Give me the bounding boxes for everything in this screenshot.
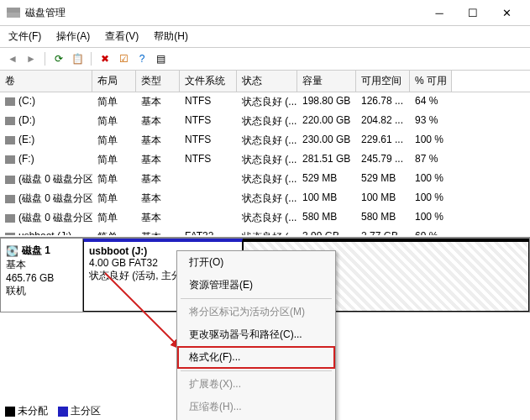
disk-size: 465.76 GB <box>6 272 77 284</box>
table-row[interactable]: (C:)简单基本NTFS状态良好 (...198.80 GB126.78 ...… <box>0 92 530 112</box>
delete-icon[interactable]: ✖ <box>97 51 113 66</box>
legend: 未分配 主分区 <box>5 404 101 418</box>
col-capacity[interactable]: 容量 <box>297 71 356 92</box>
table-row[interactable]: usbboot (J:)简单基本FAT32状态良好 (...3.99 GB2.7… <box>0 228 530 235</box>
back-icon[interactable]: ◄ <box>5 51 20 66</box>
table-row[interactable]: (磁盘 0 磁盘分区 1)简单基本状态良好 (...529 MB529 MB10… <box>0 170 530 189</box>
menu-file[interactable]: 文件(F) <box>5 28 45 45</box>
menu-format[interactable]: 格式化(F)... <box>177 346 335 369</box>
settings-icon[interactable]: ☑ <box>116 51 131 66</box>
disk-state: 联机 <box>6 284 77 298</box>
toolbar: ◄ ► ⟳ 📋 ✖ ☑ ? ▤ <box>0 48 530 71</box>
refresh-icon[interactable]: ⟳ <box>51 51 66 66</box>
properties-icon[interactable]: 📋 <box>70 51 85 66</box>
legend-primary-swatch <box>58 407 68 417</box>
disk-label: 磁盘 1 <box>22 244 50 258</box>
disk-info[interactable]: 💽磁盘 1 基本 465.76 GB 联机 <box>0 238 82 312</box>
disk-kind: 基本 <box>6 258 77 272</box>
menu-mark-active: 将分区标记为活动分区(M) <box>177 301 335 323</box>
table-row[interactable]: (磁盘 0 磁盘分区 5)简单基本状态良好 (...580 MB580 MB10… <box>0 208 530 228</box>
col-type[interactable]: 类型 <box>136 71 180 92</box>
legend-primary: 主分区 <box>71 405 101 417</box>
list-icon[interactable]: ▤ <box>153 51 168 66</box>
menu-bar: 文件(F) 操作(A) 查看(V) 帮助(H) <box>0 26 530 48</box>
forward-icon[interactable]: ► <box>24 51 39 66</box>
legend-unallocated: 未分配 <box>18 405 48 417</box>
col-pct[interactable]: % 可用 <box>410 71 452 92</box>
col-volume[interactable]: 卷 <box>0 71 92 92</box>
volume-table-header: 卷 布局 类型 文件系统 状态 容量 可用空间 % 可用 <box>0 71 530 92</box>
col-layout[interactable]: 布局 <box>92 71 136 92</box>
col-free[interactable]: 可用空间 <box>356 71 410 92</box>
menu-open[interactable]: 打开(O) <box>177 251 335 274</box>
table-row[interactable]: (磁盘 0 磁盘分区 2)简单基本状态良好 (...100 MB100 MB10… <box>0 189 530 208</box>
menu-view[interactable]: 查看(V) <box>102 28 142 45</box>
volume-table-body: (C:)简单基本NTFS状态良好 (...198.80 GB126.78 ...… <box>0 92 530 235</box>
disk-icon: 💽 <box>6 245 18 257</box>
menu-explorer[interactable]: 资源管理器(E) <box>177 274 335 297</box>
title-bar: 磁盘管理 ─ ☐ ✕ <box>0 0 530 26</box>
menu-help[interactable]: 帮助(H) <box>150 28 192 45</box>
table-row[interactable]: (F:)简单基本NTFS状态良好 (...281.51 GB245.79 ...… <box>0 150 530 170</box>
app-icon <box>7 8 20 18</box>
menu-action[interactable]: 操作(A) <box>53 28 93 45</box>
menu-shrink: 压缩卷(H)... <box>177 396 335 418</box>
menu-extend: 扩展卷(X)... <box>177 373 335 396</box>
minimize-button[interactable]: ─ <box>422 5 456 20</box>
col-fs[interactable]: 文件系统 <box>180 71 237 92</box>
menu-change-letter[interactable]: 更改驱动器号和路径(C)... <box>177 323 335 346</box>
partition-desc: 4.00 GB FAT32 <box>89 257 158 269</box>
legend-unallocated-swatch <box>5 407 15 417</box>
context-menu: 打开(O) 资源管理器(E) 将分区标记为活动分区(M) 更改驱动器号和路径(C… <box>176 250 336 420</box>
close-button[interactable]: ✕ <box>490 5 523 20</box>
maximize-button[interactable]: ☐ <box>456 5 490 20</box>
table-row[interactable]: (D:)简单基本NTFS状态良好 (...220.00 GB204.82 ...… <box>0 112 530 131</box>
col-status[interactable]: 状态 <box>237 71 297 92</box>
table-row[interactable]: (E:)简单基本NTFS状态良好 (...230.00 GB229.61 ...… <box>0 131 530 150</box>
window-title: 磁盘管理 <box>25 6 422 20</box>
partition-label: usbboot (J:) <box>89 245 147 257</box>
help-icon[interactable]: ? <box>134 51 150 66</box>
